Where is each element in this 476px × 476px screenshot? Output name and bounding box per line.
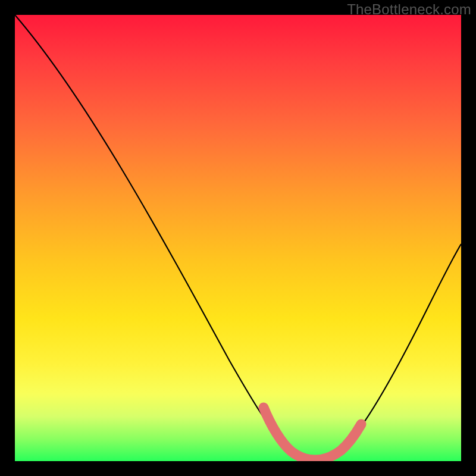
bottleneck-curve	[15, 15, 461, 460]
watermark-text: TheBottleneck.com	[347, 1, 471, 18]
chart-plot-area	[15, 15, 461, 461]
chart-frame: TheBottleneck.com	[0, 0, 476, 476]
optimal-zone-highlight	[264, 408, 361, 460]
chart-svg	[15, 15, 461, 461]
